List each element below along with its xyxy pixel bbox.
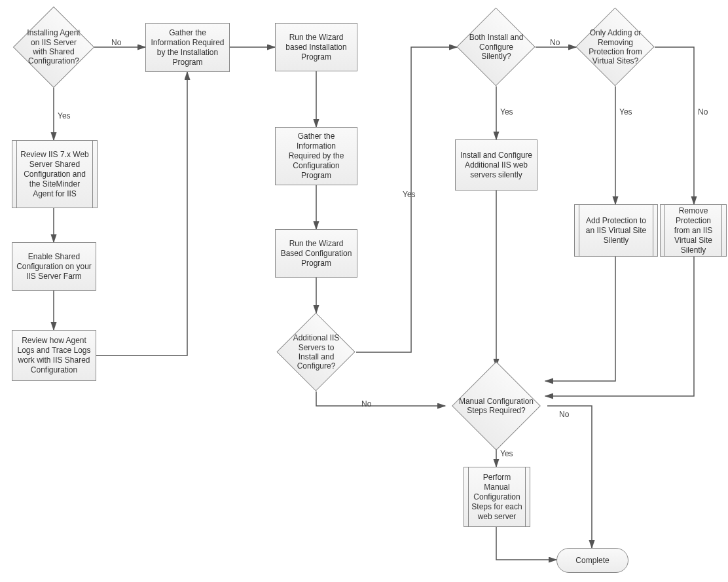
decision-add-remove-protection: Only Adding or Removing Protection from … (576, 8, 655, 86)
subprocess-review-iis7: Review IIS 7.x Web Server Shared Configu… (12, 140, 98, 208)
decision-add-remove-protection-label: Only Adding or Removing Protection from … (576, 8, 655, 86)
subprocess-add-protection: Add Protection to an IIS Virtual Site Si… (574, 204, 658, 257)
process-gather-install-info: Gather the Information Required by the I… (145, 23, 230, 72)
edge-label-d3-no: No (550, 38, 560, 47)
terminator-complete: Complete (556, 548, 628, 573)
decision-install-silently: Both Install and Configure Silently? (457, 8, 536, 86)
decision-manual-steps: Manual Configuration Steps Required? (445, 367, 547, 445)
edge-label-d4-yes: Yes (619, 107, 632, 117)
edge-label-d5-no: No (559, 410, 569, 419)
edge-label-d1-yes: Yes (58, 111, 71, 120)
decision-shared-config: Installing Agent on IIS Server with Shar… (13, 7, 94, 88)
edge-label-d4-no: No (698, 107, 708, 117)
decision-additional-servers: Additional IIS Servers to Install and Co… (277, 313, 355, 391)
decision-additional-servers-label: Additional IIS Servers to Install and Co… (277, 313, 355, 391)
process-run-config-wizard: Run the Wizard Based Configuration Progr… (275, 229, 357, 278)
subprocess-remove-protection: Remove Protection from an IIS Virtual Si… (660, 204, 727, 257)
subprocess-perform-manual-steps: Perform Manual Configuration Steps for e… (464, 467, 530, 527)
decision-manual-steps-label: Manual Configuration Steps Required? (445, 367, 547, 445)
edge-label-d3-yes: Yes (500, 107, 513, 117)
process-install-additional-silently: Install and Configure Additional IIS web… (455, 139, 537, 191)
process-run-install-wizard: Run the Wizard based Installation Progra… (275, 23, 357, 71)
edge-label-d2-yes: Yes (403, 190, 416, 199)
edge-label-d1-no: No (111, 38, 121, 47)
process-enable-shared-config: Enable Shared Configuration on your IIS … (12, 242, 96, 291)
connector-layer (0, 0, 728, 582)
process-review-agent-logs: Review how Agent Logs and Trace Logs wor… (12, 330, 96, 381)
decision-shared-config-label: Installing Agent on IIS Server with Shar… (13, 7, 94, 88)
decision-install-silently-label: Both Install and Configure Silently? (457, 8, 536, 86)
edge-label-d2-no: No (361, 399, 371, 409)
edge-label-d5-yes: Yes (500, 449, 513, 458)
process-gather-config-info: Gather the Information Required by the C… (275, 127, 357, 185)
